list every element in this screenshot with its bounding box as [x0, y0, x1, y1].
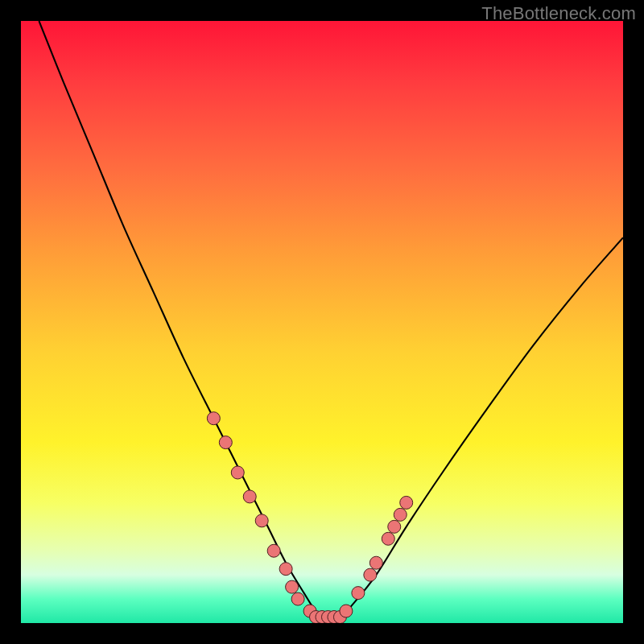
- curve-marker: [286, 580, 299, 593]
- curve-marker: [394, 508, 407, 521]
- curve-path-group: [39, 21, 623, 618]
- curve-marker: [352, 587, 365, 600]
- curve-marker: [388, 520, 401, 533]
- curve-marker: [369, 556, 382, 569]
- curve-marker: [231, 466, 244, 479]
- bottleneck-curve: [21, 21, 623, 623]
- curve-marker: [382, 532, 394, 545]
- curve-marker: [291, 592, 304, 605]
- curve-marker: [255, 514, 268, 527]
- curve-marker: [219, 436, 232, 449]
- watermark-text: TheBottleneck.com: [481, 3, 636, 24]
- chart-frame: TheBottleneck.com: [0, 0, 644, 644]
- curve-marker: [279, 563, 292, 576]
- curve-marker: [364, 568, 377, 581]
- curve-marker: [267, 544, 280, 557]
- curve-marker: [340, 605, 353, 617]
- curve-marker: [400, 496, 413, 509]
- curve-marker: [243, 490, 256, 503]
- curve-markers: [207, 412, 412, 623]
- curve-marker: [207, 412, 220, 425]
- plot-area: [21, 21, 623, 623]
